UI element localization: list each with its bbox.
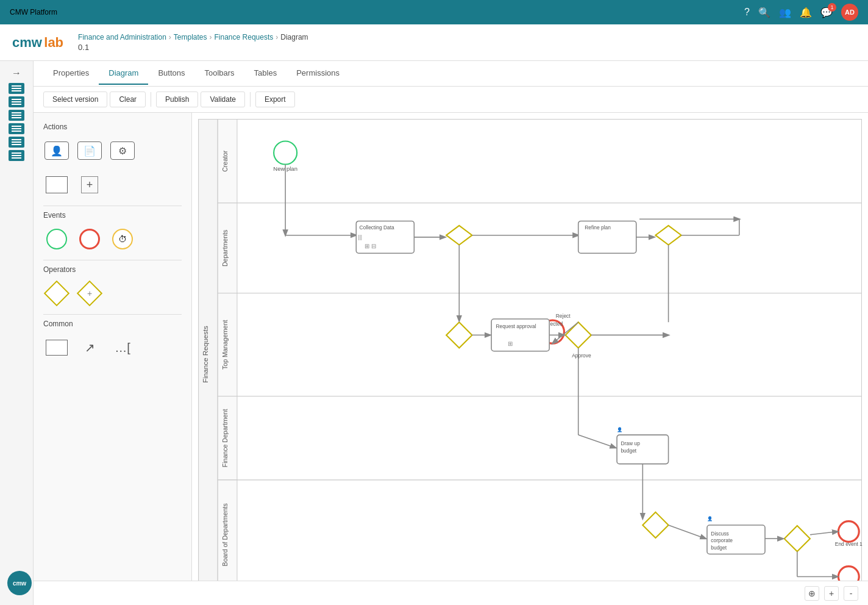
palette-gateway[interactable] <box>43 280 70 307</box>
gear-icon: ⚙ <box>118 145 127 157</box>
cmw-logo-bottom[interactable]: cmw <box>7 571 32 595</box>
palette-end-event[interactable] <box>76 226 103 252</box>
approve-label: Approve <box>572 353 591 359</box>
menu-lines-4[interactable] <box>9 123 24 134</box>
events-row: ⏱ <box>43 226 182 252</box>
svg-rect-8 <box>218 396 861 480</box>
start-event-new-plan[interactable] <box>274 141 297 164</box>
breadcrumb-item-1[interactable]: Finance and Administration <box>78 33 166 41</box>
collapse-sidebar: → <box>0 61 34 605</box>
arrow-icon: ↗ <box>85 340 95 355</box>
clear-button[interactable]: Clear <box>110 91 146 107</box>
end-event-1[interactable] <box>838 521 859 542</box>
topbar: CMW Platform ? 🔍 👥 🔔 💬 1 AD <box>0 0 868 24</box>
breadcrumb-area: Finance and Administration › Templates ›… <box>78 33 308 52</box>
palette-gear-task[interactable]: ⚙ <box>109 137 136 164</box>
users-icon[interactable]: 👥 <box>779 7 791 18</box>
cmw-logo-text: cmw <box>13 580 26 587</box>
request-approval-label: Request approval <box>496 323 536 329</box>
tab-diagram[interactable]: Diagram <box>99 62 148 85</box>
bell-icon[interactable]: 🔔 <box>800 7 812 18</box>
actions-row: 👤 📄 ⚙ <box>43 137 182 164</box>
breadcrumb-sep-2: › <box>210 33 212 41</box>
logo: cmw lab <box>12 35 63 51</box>
app-title: CMW Platform <box>10 8 57 16</box>
toolbar-sep-1 <box>151 92 151 107</box>
logo-lab: lab <box>44 35 63 50</box>
tabs: Properties Diagram Buttons Toolbars Tabl… <box>34 61 868 87</box>
discuss-budget-label-3: budget <box>711 545 727 551</box>
breadcrumb-item-2[interactable]: Templates <box>174 33 207 41</box>
tab-toolbars[interactable]: Toolbars <box>194 62 244 85</box>
user-icon: 👤 <box>51 145 63 157</box>
end-event-2[interactable] <box>838 567 859 581</box>
breadcrumb-sep-3: › <box>276 33 278 41</box>
menu-lines-1[interactable] <box>9 83 24 94</box>
palette-doc-task[interactable]: 📄 <box>76 137 103 164</box>
palette-add-task[interactable]: + <box>76 171 103 198</box>
lane-creator-label: Creator <box>221 150 229 172</box>
palette-blank-task[interactable] <box>43 171 70 198</box>
work-area: Actions 👤 📄 ⚙ <box>34 113 868 581</box>
tab-tables[interactable]: Tables <box>244 62 287 85</box>
diagram-title-label: Finance Requests <box>201 326 209 383</box>
menu-lines-5[interactable] <box>9 137 24 148</box>
header: cmw lab Finance and Administration › Tem… <box>0 24 868 61</box>
tab-properties[interactable]: Properties <box>43 62 99 85</box>
palette-arrow[interactable]: ↗ <box>76 334 103 361</box>
search-icon[interactable]: 🔍 <box>758 7 770 18</box>
palette-rect[interactable] <box>43 334 70 361</box>
notification-badge[interactable]: 💬 1 <box>820 7 833 18</box>
palette: Actions 👤 📄 ⚙ <box>34 113 192 581</box>
menu-lines-6[interactable] <box>9 150 24 161</box>
svg-rect-4 <box>218 203 861 293</box>
events-label: Events <box>43 211 182 220</box>
export-button[interactable]: Export <box>255 91 295 107</box>
zoom-fit-button[interactable]: ⊕ <box>805 586 819 601</box>
diagram-canvas[interactable]: Finance Requests Creator Departments Top… <box>192 113 868 581</box>
logo-cmw: cmw <box>12 35 42 50</box>
zoom-in-button[interactable]: + <box>824 586 839 601</box>
notification-count: 1 <box>828 3 836 12</box>
avatar[interactable]: AD <box>841 4 858 21</box>
breadcrumb-sep-1: › <box>169 33 171 41</box>
collapse-arrow[interactable]: → <box>7 66 26 81</box>
svg-rect-2 <box>218 120 861 203</box>
tab-permissions[interactable]: Permissions <box>286 62 349 85</box>
breadcrumb: Finance and Administration › Templates ›… <box>78 33 308 41</box>
svg-text:👤: 👤 <box>617 427 623 432</box>
validate-button[interactable]: Validate <box>201 91 244 107</box>
lane-departments-label: Departments <box>221 230 229 267</box>
bracket-icon: …[ <box>115 341 130 355</box>
breadcrumb-item-3[interactable]: Finance Requests <box>215 33 274 41</box>
menu-lines-3[interactable] <box>9 110 24 121</box>
diagram-toolbar: Select version Clear Publish Validate Ex… <box>34 87 868 113</box>
operators-row: + <box>43 280 182 307</box>
zoom-out-button[interactable]: - <box>844 586 858 601</box>
lane-finance-label: Finance Department <box>221 409 229 468</box>
svg-text:👤: 👤 <box>707 516 713 521</box>
actions-row-2: + <box>43 171 182 198</box>
tab-buttons[interactable]: Buttons <box>148 62 194 85</box>
bottom-bar: ⊕ + - <box>34 581 868 605</box>
help-icon[interactable]: ? <box>744 7 750 18</box>
draw-up-budget-label: Draw up <box>621 440 640 446</box>
operators-label: Operators <box>43 265 182 274</box>
publish-button[interactable]: Publish <box>156 91 198 107</box>
palette-start-event[interactable] <box>43 226 70 252</box>
common-label: Common <box>43 320 182 328</box>
palette-timer-event[interactable]: ⏱ <box>109 226 136 252</box>
menu-lines-2[interactable] <box>9 96 24 107</box>
palette-user-task[interactable]: 👤 <box>43 137 70 164</box>
palette-gateway-plus[interactable]: + <box>76 280 103 307</box>
content-area: Properties Diagram Buttons Toolbars Tabl… <box>34 61 868 605</box>
end-event-1-label: End event 1 <box>835 541 863 547</box>
lane-top-management-label: Top Management <box>221 320 229 370</box>
collecting-data-label: Collecting Data <box>360 224 395 231</box>
select-version-button[interactable]: Select version <box>43 91 107 107</box>
common-row: ↗ …[ <box>43 334 182 361</box>
topbar-icons: ? 🔍 👥 🔔 💬 1 AD <box>744 4 858 21</box>
palette-bracket[interactable]: …[ <box>109 334 136 361</box>
version-label: 0.1 <box>78 43 308 52</box>
refine-plan-label: Refine plan <box>585 224 611 231</box>
